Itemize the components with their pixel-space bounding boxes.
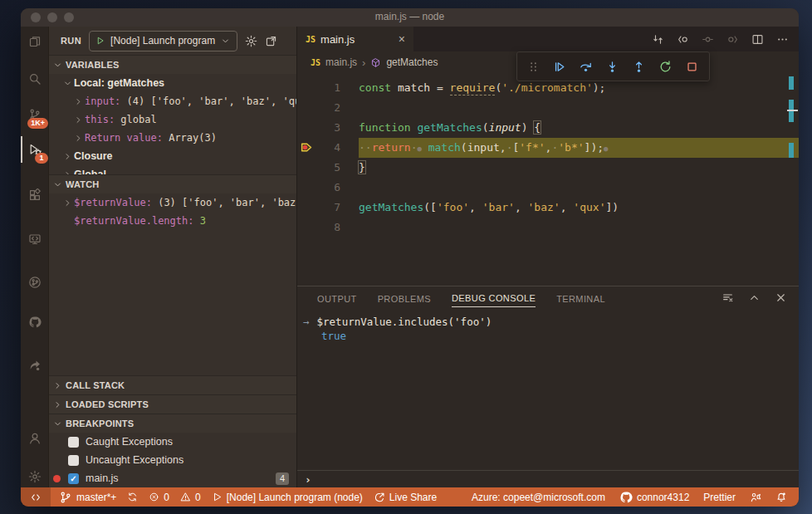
watch-header-label: WATCH	[66, 179, 100, 189]
problems-warnings[interactable]: 0	[180, 492, 201, 503]
git-branch-status[interactable]: master*+	[59, 491, 116, 504]
gear-icon[interactable]	[245, 35, 257, 47]
expression-arrow-icon: →	[303, 315, 310, 329]
stop-icon[interactable]	[685, 60, 699, 74]
nav-back-icon[interactable]	[677, 33, 689, 46]
activity-item-accounts[interactable]	[21, 424, 48, 453]
bell-icon	[775, 492, 787, 503]
gutter[interactable]: 2	[297, 98, 359, 118]
activity-item-search[interactable]	[21, 65, 48, 93]
gutter[interactable]: 7	[297, 198, 359, 218]
code-line-8[interactable]: 8	[297, 218, 799, 237]
checkbox[interactable]	[68, 437, 79, 448]
section-header-breakpoints[interactable]: BREAKPOINTS	[49, 414, 296, 433]
variable-row[interactable]: this: global	[49, 110, 296, 129]
titlebar[interactable]: main.js — node	[21, 8, 799, 27]
variables-section-header[interactable]: VARIABLES	[49, 55, 296, 74]
panel-tab-debug-console[interactable]: DEBUG CONSOLE	[452, 288, 536, 307]
activity-item-run-and-debug[interactable]: 1	[21, 135, 48, 164]
console-expression: →$returnValue.includes('foo')	[303, 315, 799, 329]
watch-row[interactable]: $returnValue: (3) ['foo', 'bar', 'baz']	[49, 193, 296, 212]
nav-dot-icon	[702, 33, 714, 46]
js-file-icon: JS	[306, 35, 316, 44]
activity-item-explorer[interactable]	[21, 27, 48, 56]
gutter[interactable]: 1	[297, 78, 359, 98]
variable-scope-row[interactable]: Closure	[49, 147, 296, 165]
checkbox[interactable]	[68, 455, 79, 466]
step-over-icon[interactable]	[579, 60, 593, 74]
code-line-7[interactable]: 7getMatches(['foo', 'bar', 'baz', 'qux']…	[297, 198, 799, 218]
watch-section-header[interactable]: WATCH	[49, 174, 296, 193]
overview-ruler-cursor	[787, 110, 798, 111]
debug-launch-status[interactable]: [Node] Launch program (node)	[212, 492, 363, 503]
split-editor-icon[interactable]	[751, 33, 764, 46]
code-editor[interactable]: 1const match = require('./micromatch');2…	[297, 73, 799, 286]
variable-scope-row[interactable]: Local: getMatches	[49, 74, 296, 92]
activity-item-settings[interactable]	[21, 463, 48, 491]
section-header-loaded-scripts[interactable]: LOADED SCRIPTS	[49, 394, 296, 414]
breakpoint-row[interactable]: Uncaught Exceptions	[49, 451, 296, 469]
drag-grip-icon[interactable]	[527, 61, 540, 73]
prettier-status[interactable]: Prettier	[703, 492, 736, 503]
launch-config-dropdown[interactable]: [Node] Launch program	[89, 31, 237, 51]
code-line-2[interactable]: 2	[297, 98, 799, 118]
code-line-6[interactable]: 6	[297, 178, 799, 198]
collapse-panel-icon[interactable]	[748, 291, 761, 304]
activity-item-share[interactable]	[21, 351, 48, 379]
gutter[interactable]: 8	[297, 218, 359, 237]
activity-item-circled-branch[interactable]	[21, 268, 48, 296]
activity-item-source-control[interactable]: 1K+	[21, 100, 48, 129]
code-line-5[interactable]: 5}	[297, 158, 799, 178]
problems-errors[interactable]: 0	[149, 492, 169, 503]
step-out-icon[interactable]	[632, 60, 646, 74]
breakpoint-row[interactable]: ✓main.js4	[49, 469, 296, 487]
panel-tab-terminal[interactable]: TERMINAL	[556, 289, 605, 307]
activity-item-extensions[interactable]	[21, 181, 48, 209]
code-line-4[interactable]: 4··return·● match(input,·['f*',·'b*']);●	[297, 138, 799, 158]
notifications-bell[interactable]	[775, 492, 787, 503]
code-line-3[interactable]: 3function getMatches(input) {	[297, 118, 799, 138]
github-icon	[619, 491, 633, 504]
close-tab-icon[interactable]: ×	[399, 32, 405, 46]
continue-icon[interactable]	[552, 60, 566, 74]
gutter[interactable]: 3	[297, 118, 359, 138]
panel-tab-problems[interactable]: PROBLEMS	[378, 289, 431, 307]
checkbox[interactable]: ✓	[68, 473, 79, 484]
breakpoint-row[interactable]: Caught Exceptions	[49, 433, 296, 451]
panel-tab-output[interactable]: OUTPUT	[317, 289, 357, 307]
debug-console-input[interactable]: ›	[297, 470, 799, 487]
activity-item-remote-explorer[interactable]	[21, 225, 48, 253]
run-label: RUN	[61, 36, 81, 46]
sync-status[interactable]	[127, 492, 138, 502]
open-console-icon[interactable]	[265, 35, 277, 47]
step-into-icon[interactable]	[605, 60, 619, 74]
tab-main-js[interactable]: JS main.js ×	[297, 27, 413, 51]
variable-row[interactable]: Return value: Array(3)	[49, 129, 296, 147]
section-header-call-stack[interactable]: CALL STACK	[49, 375, 296, 394]
overview-ruler-mark	[789, 76, 794, 90]
close-icon[interactable]	[775, 291, 787, 304]
github-icon	[28, 316, 42, 329]
open-changes-icon[interactable]	[652, 33, 664, 46]
activity-item-github[interactable]	[21, 308, 48, 336]
debug-console-output: →$returnValue.includes('foo')true	[297, 309, 799, 470]
restart-icon[interactable]	[658, 60, 673, 74]
gutter[interactable]: 4	[297, 138, 359, 158]
gutter[interactable]: 5	[297, 158, 359, 178]
breadcrumb-symbol[interactable]: getMatches	[386, 56, 438, 68]
feedback-button[interactable]	[750, 492, 761, 503]
files-icon	[28, 35, 42, 48]
breadcrumb-file[interactable]: main.js	[325, 56, 357, 68]
watch-row[interactable]: $returnValue.length: 3	[49, 212, 296, 230]
azure-account-status[interactable]: Azure: copeet@microsoft.com	[472, 492, 605, 503]
clear-console-icon[interactable]	[722, 291, 734, 304]
symbol-cube-icon	[370, 57, 381, 68]
variable-scope-row[interactable]: Global	[49, 165, 296, 174]
more-actions-icon[interactable]	[776, 33, 789, 46]
line-number: 7	[334, 198, 340, 218]
variable-row[interactable]: input: (4) ['foo', 'bar', 'baz', 'qux']	[49, 92, 296, 110]
live-share-status[interactable]: Live Share	[374, 492, 437, 503]
gutter[interactable]: 6	[297, 178, 359, 198]
start-debug-icon[interactable]	[95, 36, 105, 46]
github-account-status[interactable]: connor4312	[619, 491, 689, 504]
